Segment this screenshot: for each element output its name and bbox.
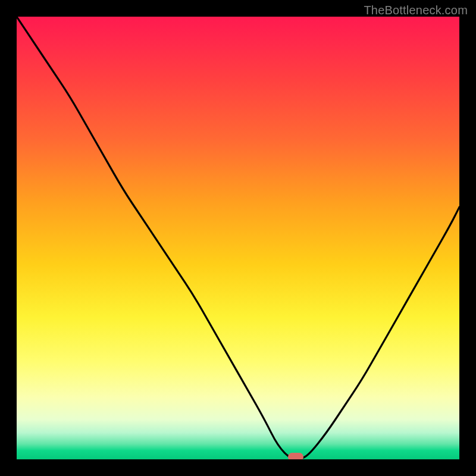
min-marker (288, 453, 303, 459)
watermark-text: TheBottleneck.com (364, 4, 468, 17)
curve-path (17, 17, 459, 459)
plot-area (17, 17, 459, 459)
chart-container: TheBottleneck.com (0, 0, 476, 476)
bottleneck-curve (17, 17, 459, 459)
